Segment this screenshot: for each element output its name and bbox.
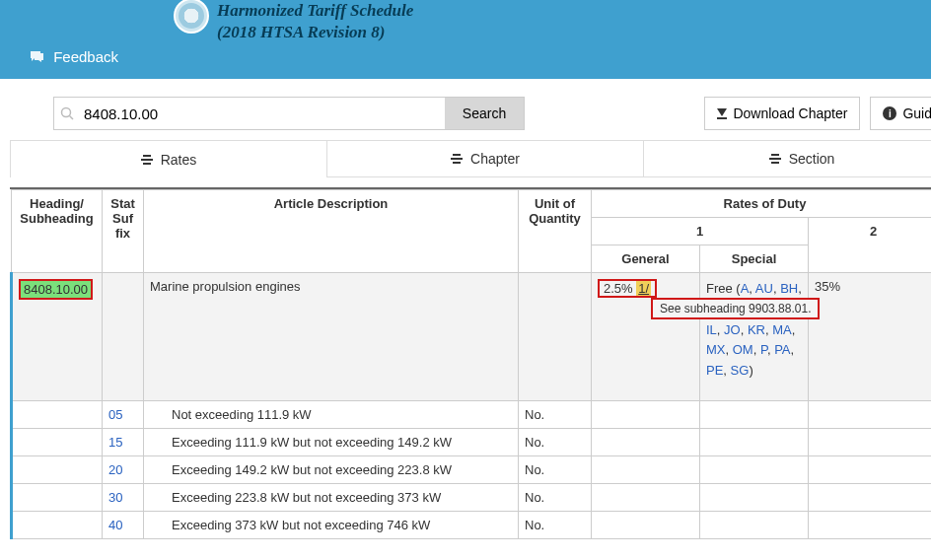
cell-unit: No. xyxy=(519,429,592,456)
cell-col2: 35% xyxy=(809,273,932,401)
cell-unit: No. xyxy=(519,401,592,429)
cell-heading: 8408.10.00 xyxy=(12,273,103,401)
special-code-link[interactable]: PE xyxy=(706,363,723,378)
cell-col2 xyxy=(809,429,932,456)
list-icon xyxy=(451,154,463,164)
toolbar: Search Download Chapter i Guid xyxy=(0,79,931,140)
search-input[interactable] xyxy=(80,98,445,129)
special-code-link[interactable]: OM xyxy=(733,342,753,357)
cell-unit: No. xyxy=(519,484,592,512)
cell-general xyxy=(592,429,700,456)
special-code-link[interactable]: JO xyxy=(724,322,741,337)
cell-special: Free (A, AU, BH, CA, CL, CO, E, IL, JO, … xyxy=(700,273,809,401)
cell-special xyxy=(700,429,809,456)
heading-code: 8408.10.00 xyxy=(19,279,93,300)
search-icon xyxy=(54,98,80,129)
table-row-main: 8408.10.00 Marine propulsion engines 2.5… xyxy=(12,273,932,401)
title-line-2: (2018 HTSA Revision 8) xyxy=(217,22,413,43)
special-code-link[interactable]: PA xyxy=(774,342,790,357)
stat-suffix-link[interactable]: 05 xyxy=(108,407,122,422)
table-row: 30Exceeding 223.8 kW but not exceeding 3… xyxy=(12,484,932,512)
cell-desc: Exceeding 111.9 kW but not exceeding 149… xyxy=(144,429,519,456)
cell-special xyxy=(700,456,809,484)
stat-suffix-link[interactable]: 20 xyxy=(108,462,122,477)
cell-col2 xyxy=(809,512,932,539)
stat-suffix-link[interactable]: 40 xyxy=(108,518,122,532)
tab-rates[interactable]: Rates xyxy=(11,141,327,177)
cell-stat: 15 xyxy=(103,429,144,456)
special-code-link[interactable]: KR xyxy=(748,322,765,337)
footnote-tooltip: See subheading 9903.88.01. xyxy=(651,298,820,319)
col-desc: Article Description xyxy=(144,190,519,273)
col-special: Special xyxy=(700,245,809,273)
cell-general xyxy=(592,512,700,539)
special-code-link[interactable]: A xyxy=(741,281,750,296)
cell-stat: 20 xyxy=(103,456,144,484)
tariff-table: Heading/ Subheading Stat Suf fix Article… xyxy=(10,189,931,539)
table-row: 15Exceeding 111.9 kW but not exceeding 1… xyxy=(12,429,932,456)
download-label: Download Chapter xyxy=(733,105,847,121)
cell-desc: Marine propulsion engines xyxy=(144,273,519,401)
special-code-link[interactable]: BH xyxy=(780,281,798,296)
view-tabs: Rates Chapter Section xyxy=(10,140,931,177)
cell-heading xyxy=(12,429,103,456)
special-code-link[interactable]: SG xyxy=(731,363,750,378)
cell-unit: No. xyxy=(519,456,592,484)
svg-line-1 xyxy=(70,116,74,120)
tariff-table-container: Heading/ Subheading Stat Suf fix Article… xyxy=(10,187,931,560)
cell-heading xyxy=(12,401,103,429)
cell-stat: 05 xyxy=(103,401,144,429)
tab-section[interactable]: Section xyxy=(644,141,931,177)
agency-seal-icon xyxy=(174,0,209,34)
feedback-link[interactable]: Feedback xyxy=(30,48,118,67)
cell-desc: Exceeding 149.2 kW but not exceeding 223… xyxy=(144,456,519,484)
search-button[interactable]: Search xyxy=(445,98,524,129)
special-code-link[interactable]: P xyxy=(760,342,767,357)
cell-heading xyxy=(12,512,103,539)
col-heading: Heading/ Subheading xyxy=(12,190,103,273)
cell-general xyxy=(592,401,700,429)
guide-label: Guid xyxy=(902,105,931,121)
footnote-link[interactable]: 1/ xyxy=(636,281,651,296)
title-line-1: Harmonized Tariff Schedule xyxy=(217,0,413,22)
cell-desc: Exceeding 373 kW but not exceeding 746 k… xyxy=(144,512,519,539)
special-code-link[interactable]: AU xyxy=(755,281,773,296)
cell-stat: 40 xyxy=(103,512,144,539)
cell-general: 2.5% 1/ xyxy=(592,273,700,401)
list-icon xyxy=(141,155,153,165)
cell-special xyxy=(700,401,809,429)
special-code-link[interactable]: MX xyxy=(706,342,726,357)
guide-button[interactable]: i Guid xyxy=(870,97,931,130)
stat-suffix-link[interactable]: 30 xyxy=(108,490,122,505)
chat-icon xyxy=(30,50,45,67)
cell-unit: No. xyxy=(519,512,592,539)
tab-rates-label: Rates xyxy=(161,152,197,168)
general-rate-box: 2.5% 1/ xyxy=(598,279,657,298)
list-icon xyxy=(769,154,781,164)
special-code-link[interactable]: MA xyxy=(772,322,792,337)
table-row: 20Exceeding 149.2 kW but not exceeding 2… xyxy=(12,456,932,484)
app-title: Harmonized Tariff Schedule (2018 HTSA Re… xyxy=(217,0,413,43)
tab-chapter[interactable]: Chapter xyxy=(327,141,644,177)
table-row: 05Not exceeding 111.9 kWNo. xyxy=(12,401,932,429)
special-code-link[interactable]: IL xyxy=(706,322,717,337)
cell-unit xyxy=(519,273,592,401)
tab-chapter-label: Chapter xyxy=(470,151,520,167)
special-prefix: Free ( xyxy=(706,281,741,296)
cell-desc: Exceeding 223.8 kW but not exceeding 373… xyxy=(144,484,519,512)
search-box: Search xyxy=(53,97,525,130)
cell-general xyxy=(592,456,700,484)
table-row: 40Exceeding 373 kW but not exceeding 746… xyxy=(12,512,932,539)
stat-suffix-link[interactable]: 15 xyxy=(108,435,122,450)
cell-stat: 30 xyxy=(103,484,144,512)
col-two: 2 xyxy=(809,218,932,273)
download-chapter-button[interactable]: Download Chapter xyxy=(704,97,860,130)
col-stat: Stat Suf fix xyxy=(103,190,144,273)
cell-special xyxy=(700,484,809,512)
info-icon: i xyxy=(883,106,896,120)
cell-heading xyxy=(12,484,103,512)
cell-col2 xyxy=(809,484,932,512)
cell-col2 xyxy=(809,456,932,484)
special-suffix: ) xyxy=(749,363,752,378)
cell-heading xyxy=(12,456,103,484)
